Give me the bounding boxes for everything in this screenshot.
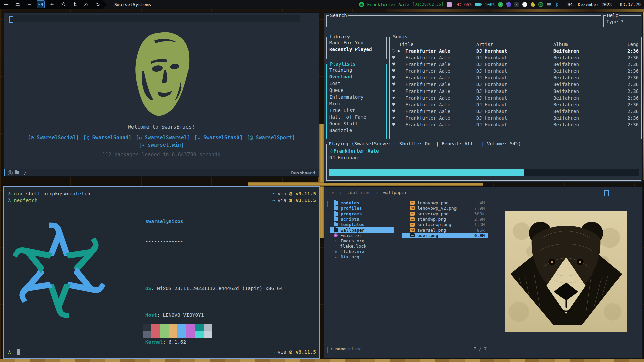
- progress-bar[interactable]: [329, 169, 639, 176]
- tray-wall-icon[interactable]: [447, 2, 452, 7]
- dashboard-link[interactable]: [@ SwarselSport]: [247, 135, 295, 141]
- song-row[interactable]: ♥ Frankfurter Aale DJ Hornhaut Beifahren…: [390, 115, 641, 121]
- search-box[interactable]: Search: [326, 15, 601, 27]
- file-row[interactable]: PNG standwp.png 2.9M: [402, 217, 488, 222]
- help-hint: Type ?: [606, 19, 624, 24]
- workspace-button[interactable]: [14, 1, 21, 8]
- playlist-item[interactable]: Inflammatory: [329, 94, 386, 100]
- dashboard-link[interactable]: [☁ SwarselStash]: [194, 135, 243, 141]
- workspace-button[interactable]: [94, 1, 101, 8]
- file-row[interactable]: programs: [330, 211, 394, 216]
- file-row[interactable]: PNG lenovowp.png 4M: [402, 200, 488, 205]
- now-playing-track[interactable]: Frankfurter Aale: [367, 2, 409, 7]
- file-row[interactable]: ✦ Emacs.org: [330, 238, 394, 243]
- file-row[interactable]: PNG serverwp.png 389k: [402, 211, 488, 216]
- library-item[interactable]: Made For You: [329, 39, 386, 46]
- tray-discord-icon[interactable]: [522, 2, 527, 7]
- file-row[interactable]: templates: [330, 222, 394, 227]
- terminal-prompt[interactable]: λ: [8, 349, 20, 355]
- heart-icon[interactable]: ♡: [329, 148, 334, 154]
- song-row[interactable]: ♥ Frankfurter Aale DJ Hornhaut Beifahren…: [390, 108, 641, 115]
- file-row[interactable]: e Emacs.el: [330, 233, 394, 238]
- song-row[interactable]: ♥ Frankfurter Aale DJ Hornhaut Beifahren…: [390, 95, 641, 101]
- playlist-item[interactable]: Badizzle: [329, 127, 386, 134]
- playlist-item[interactable]: Overload: [329, 73, 386, 80]
- heart-icon[interactable]: ♥: [390, 74, 398, 81]
- volume-icon[interactable]: [456, 2, 461, 7]
- file-row[interactable]: scripts: [330, 217, 394, 222]
- pane-scrollbar[interactable]: [327, 201, 328, 207]
- song-row[interactable]: ♥ Frankfurter Aale DJ Hornhaut Beifahren…: [390, 101, 641, 108]
- file-row[interactable]: PNG surfacewp.png 1.3M: [402, 222, 488, 227]
- heart-icon[interactable]: ♥: [390, 101, 398, 108]
- emacs-top-line[interactable]: [8, 15, 300, 22]
- heart-icon[interactable]: ♥: [390, 61, 398, 68]
- terminal-window[interactable]: λ nix shell nixpkgs#neofetch ~ via v3.11…: [3, 186, 320, 359]
- file-row[interactable]: ❄ flake.nix: [330, 249, 394, 254]
- workspace-button[interactable]: [3, 1, 10, 8]
- heart-icon[interactable]: ♥: [390, 121, 398, 128]
- file-row[interactable]: profiles: [330, 205, 394, 211]
- playlist-item[interactable]: Hall of Fame: [329, 114, 386, 120]
- terminal-color-palette: [143, 324, 212, 338]
- file-row[interactable]: PNG lenovowp_v2.png 7.9M: [402, 205, 488, 211]
- workspace-button[interactable]: [48, 1, 56, 8]
- file-row[interactable]: PNG swarsel.png 86k: [402, 227, 488, 233]
- file-row[interactable]: PNG user.png 6.9M: [402, 233, 488, 238]
- emacs-window[interactable]: Welcome to SwarsEmacs! [⊚ SwarselSocial]…: [3, 12, 319, 177]
- sort-indicator[interactable]: ↑ name | mtime: [330, 346, 362, 351]
- library-item[interactable]: Recently Played: [329, 46, 386, 53]
- song-row[interactable]: ♥ Frankfurter Aale DJ Hornhaut Beifahren…: [390, 54, 641, 61]
- heart-icon[interactable]: ♥: [390, 81, 398, 88]
- file-type-icon: [334, 201, 338, 205]
- file-manager-window[interactable]: ⌂ › .dotfiles › wallpaper modules profil…: [324, 186, 643, 359]
- heart-icon[interactable]: ♥: [390, 115, 398, 121]
- heart-icon[interactable]: ♥: [390, 68, 398, 74]
- dashboard-link[interactable]: [⊚ SwarselSocial]: [28, 135, 79, 141]
- workspace-button[interactable]: [37, 1, 44, 8]
- file-row[interactable]: ✦ Nix.org: [330, 254, 394, 260]
- battery-icon[interactable]: [475, 2, 482, 6]
- tray-monitor-icon[interactable]: [546, 2, 551, 7]
- song-row[interactable]: ♥ Frankfurter Aale DJ Hornhaut Beifahren…: [390, 121, 641, 128]
- tray-console-icon[interactable]: ▸: [514, 2, 519, 7]
- playlist-item[interactable]: Mini: [329, 100, 386, 107]
- song-row[interactable]: ♥ Frankfurter Aale DJ Hornhaut Beifahren…: [390, 68, 641, 74]
- tray-syncthing-icon[interactable]: ↻: [538, 2, 543, 7]
- file-row[interactable]: wallpaper: [330, 227, 394, 233]
- workspace-button[interactable]: [71, 1, 78, 8]
- playlist-item[interactable]: True List: [329, 107, 386, 114]
- workspace-button[interactable]: [60, 1, 67, 8]
- workspace-button[interactable]: [83, 1, 90, 8]
- breadcrumb-parent[interactable]: .dotfiles: [347, 190, 371, 195]
- prompt-right-segment: ~ via v3.11.5: [272, 190, 316, 197]
- dashboard-link-swarsel-win[interactable]: [✦ swarsel.win]: [4, 142, 319, 148]
- song-row[interactable]: ♥ Frankfurter Aale DJ Hornhaut Beifahren…: [390, 74, 641, 81]
- palette-swatch: [160, 324, 169, 331]
- dashboard-link[interactable]: [♫ SwarselSound]: [83, 135, 132, 141]
- song-row[interactable]: ♥ Frankfurter Aale DJ Hornhaut Beifahren…: [390, 81, 641, 88]
- playlist-item[interactable]: Good Stuff: [329, 120, 386, 127]
- playlist-item[interactable]: Training: [329, 67, 386, 73]
- heart-icon[interactable]: ♡: [390, 48, 398, 54]
- heart-icon[interactable]: ♥: [390, 95, 398, 101]
- heart-icon[interactable]: ♥: [390, 108, 398, 115]
- song-row[interactable]: ♥ Frankfurter Aale DJ Hornhaut Beifahren…: [390, 88, 641, 95]
- file-row[interactable]: modules: [330, 200, 394, 205]
- song-row[interactable]: ♡ ▶ Frankfurter Aale DJ Hornhaut Beifahr…: [390, 48, 641, 54]
- heart-icon[interactable]: ♥: [390, 54, 398, 61]
- spotify-icon[interactable]: [359, 2, 364, 7]
- music-player-window[interactable]: Search Help Type ? Library Made For YouR…: [324, 12, 643, 183]
- home-icon[interactable]: ⌂: [332, 190, 334, 195]
- dashboard-link[interactable]: [↻ SwarselSwarsel]: [136, 135, 190, 141]
- song-row[interactable]: ♥ Frankfurter Aale DJ Hornhaut Beifahren…: [390, 61, 641, 68]
- playlist-item[interactable]: Lost: [329, 80, 386, 87]
- tray-bluetooth-icon[interactable]: ᛒ: [554, 2, 559, 7]
- tray-bird-icon[interactable]: [530, 2, 535, 7]
- workspace-button[interactable]: [25, 1, 33, 8]
- tray-check-icon[interactable]: ✓: [498, 2, 503, 7]
- file-row[interactable]: flake.lock: [330, 244, 394, 249]
- tray-crystal-icon[interactable]: [506, 2, 511, 7]
- heart-icon[interactable]: ♥: [390, 88, 398, 95]
- playlist-item[interactable]: Queue: [329, 87, 386, 94]
